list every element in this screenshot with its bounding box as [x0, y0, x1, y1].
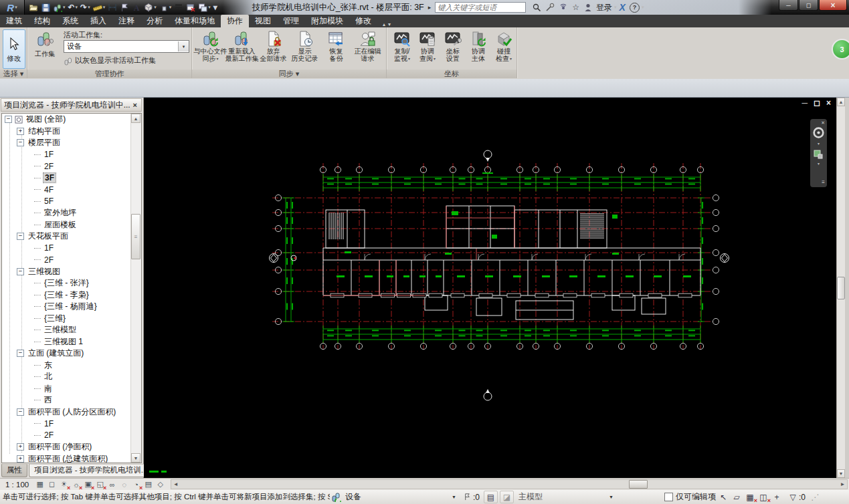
sign-in-button[interactable]: 登录 [596, 2, 612, 13]
tree-item[interactable]: −面积平面 (人防分区面积) [2, 406, 141, 418]
show-history-button[interactable]: 显示历史记录 [289, 28, 320, 68]
reveal-hidden-elements-icon[interactable]: ◌ [118, 479, 130, 489]
close-hidden-windows-icon[interactable] [185, 1, 197, 13]
tree-item[interactable]: −天花板平面 [2, 231, 141, 243]
chevron-down-icon[interactable]: ▼ [606, 495, 616, 499]
sign-in-icon[interactable] [581, 1, 595, 13]
active-workset-select[interactable]: 设备 ▾ [64, 40, 189, 53]
tab-管理[interactable]: 管理 [277, 15, 305, 27]
tab-系统[interactable]: 系统 [56, 15, 84, 27]
chevron-down-icon[interactable]: ▾ [178, 41, 189, 51]
minimize-button[interactable]: ─ [779, 0, 798, 11]
tree-item[interactable]: {三维 - 李枭} [2, 289, 141, 301]
editing-requests-button[interactable]: 正在编辑请求 [352, 28, 383, 68]
tree-item[interactable]: 北 [2, 371, 141, 383]
visual-style-icon[interactable]: ◻ [46, 479, 58, 489]
select-by-face-icon[interactable]: ◫× [757, 491, 769, 503]
scroll-right-icon[interactable]: ► [838, 480, 847, 489]
select-panel-label[interactable]: 选择 ▾ [0, 70, 27, 78]
navigation-bar[interactable]: ✕ ▾ ▾ ≡ [810, 119, 827, 187]
tree-item[interactable]: 2F [2, 430, 141, 442]
reload-latest-button[interactable]: 重新载入最新工作集 [226, 28, 258, 68]
notification-badge[interactable]: 3 [832, 39, 849, 59]
temporary-hide-isolate-icon[interactable]: ∞ [106, 479, 118, 489]
open-icon[interactable] [27, 1, 39, 13]
tab-分析[interactable]: 分析 [140, 15, 169, 27]
relinquish-button[interactable]: 放弃全部请求 [258, 28, 289, 68]
tree-item[interactable]: 南 [2, 383, 141, 395]
switch-windows-icon[interactable]: ▾ [197, 1, 212, 13]
restore-button[interactable]: ◻ [799, 0, 818, 11]
redo-icon[interactable]: ↷▾ [79, 1, 92, 13]
tree-item[interactable]: {三维} [2, 313, 141, 325]
expand-icon[interactable]: + [17, 128, 24, 135]
close-icon[interactable]: ✕ [821, 120, 825, 126]
gray-inactive-worksets-toggle[interactable]: 以灰色显示非活动工作集 [64, 55, 156, 66]
scroll-down-icon[interactable]: ▼ [131, 453, 140, 463]
expand-icon[interactable]: + [17, 443, 24, 451]
crop-view-icon[interactable]: ▣× [82, 479, 94, 489]
expand-icon[interactable]: + [17, 455, 24, 463]
chevron-down-icon[interactable]: ▾ [408, 55, 410, 63]
drag-on-selection-icon[interactable]: + [771, 491, 783, 503]
aligned-dimension-icon[interactable] [106, 1, 118, 13]
shadows-icon[interactable]: ☼× [70, 479, 82, 489]
scrollbar-thumb[interactable] [629, 480, 648, 489]
tab-修改[interactable]: 修改 [349, 15, 377, 27]
steering-wheel-icon[interactable] [812, 126, 826, 140]
tree-item[interactable]: 2F [2, 160, 141, 172]
scrollbar-thumb[interactable]: ≡ [131, 214, 140, 259]
tab-视图[interactable]: 视图 [249, 15, 277, 27]
tree-item[interactable]: −三维视图 [2, 266, 141, 278]
tree-item[interactable]: +结构平面 [2, 126, 141, 138]
browser-tab-project-browser[interactable]: 项目浏览器 - 技师学院机电培训... [29, 464, 153, 477]
chevron-down-icon[interactable]: ▼ [449, 495, 459, 499]
horizontal-scrollbar[interactable]: ◄ ► [171, 479, 848, 489]
close-icon[interactable]: × [132, 101, 138, 109]
show-crop-icon[interactable]: ◱× [94, 479, 106, 489]
default-3d-view-icon[interactable]: ▾ [143, 1, 158, 13]
view-restore-icon[interactable]: ◻ [814, 98, 820, 108]
tree-item[interactable]: 1F [2, 243, 141, 255]
view-close-icon[interactable]: × [826, 98, 831, 108]
worksets-button[interactable]: 工作集 [31, 29, 59, 70]
search-icon[interactable] [530, 1, 543, 13]
tree-item[interactable]: 三维模型 [2, 324, 141, 336]
chevron-down-icon[interactable]: ▾ [216, 55, 218, 63]
editable-only-checkbox[interactable] [664, 493, 673, 501]
chevron-down-icon[interactable]: ▾ [208, 5, 211, 10]
highlight-displacement-icon[interactable]: ◇ [155, 479, 166, 489]
scroll-left-icon[interactable]: ◄ [171, 480, 180, 489]
tree-item[interactable]: 三维视图 1 [2, 336, 141, 348]
chevron-down-icon[interactable]: ▾ [63, 5, 66, 10]
drawing-area[interactable]: ─◻× ✕ ▾ ▾ ≡ [144, 98, 836, 478]
tree-item[interactable]: 2F [2, 254, 141, 266]
chevron-down-icon[interactable]: ▾ [642, 5, 644, 10]
tab-附加模块[interactable]: 附加模块 [305, 15, 349, 27]
tab-体量和场地[interactable]: 体量和场地 [169, 15, 221, 27]
chevron-down-icon[interactable]: ▾ [88, 5, 90, 10]
editing-requests-status[interactable]: :0 [463, 492, 480, 503]
collapse-icon[interactable]: − [17, 350, 24, 357]
tree-item[interactable]: 东 [2, 360, 141, 372]
ribbon-minimize-button[interactable]: ▴▾ [381, 21, 392, 27]
section-icon[interactable]: ▾ [158, 1, 173, 13]
synchronize-panel-label[interactable]: 同步 ▾ [192, 70, 386, 78]
close-button[interactable]: × [819, 0, 847, 11]
tab-插入[interactable]: 插入 [84, 15, 112, 27]
tag-icon[interactable] [118, 1, 130, 13]
tab-协作[interactable]: 协作 [221, 15, 249, 27]
collapse-icon[interactable]: − [5, 116, 12, 123]
design-options-dialog-icon[interactable]: ▤ [484, 491, 498, 503]
navbar-menu-icon[interactable]: ≡ [822, 179, 825, 185]
coordination-host-button[interactable]: 协调主体 [466, 28, 491, 68]
tree-item[interactable]: 4F [2, 184, 141, 196]
customize-qat-icon[interactable]: ▾ [212, 1, 219, 13]
select-underlay-icon[interactable]: ▱ [731, 491, 743, 503]
exchange-apps-icon[interactable]: X [617, 2, 628, 13]
tree-item[interactable]: −立面 (建筑立面) [2, 348, 141, 360]
chevron-down-icon[interactable]: ▾ [169, 5, 172, 10]
tree-item[interactable]: {三维 - 杨雨迪} [2, 301, 141, 313]
browser-tab-properties[interactable]: 属性 [1, 464, 27, 477]
scroll-up-icon[interactable]: ▲ [131, 114, 140, 123]
